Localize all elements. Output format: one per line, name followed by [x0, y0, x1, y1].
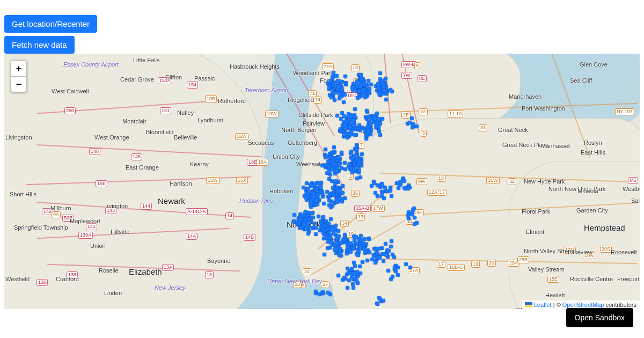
ukraine-flag-icon [525, 302, 532, 307]
land-long-island [509, 161, 640, 309]
leaflet-link[interactable]: Leaflet [534, 302, 552, 308]
osm-link[interactable]: OpenStreetMap [562, 302, 604, 308]
fetch-data-button[interactable]: Fetch new data [4, 36, 75, 54]
attribution-suffix: contributors [604, 302, 636, 308]
zoom-out-button[interactable]: − [11, 76, 27, 92]
open-sandbox-button[interactable]: Open Sandbox [566, 308, 633, 327]
attribution-sep: | © [552, 302, 562, 308]
zoom-control: + − [11, 60, 27, 92]
map[interactable]: 280153A15472A138W-E915110B71128E7W18-467… [4, 54, 640, 309]
recenter-button[interactable]: Get location/Recenter [4, 15, 97, 33]
zoom-in-button[interactable]: + [11, 60, 27, 76]
